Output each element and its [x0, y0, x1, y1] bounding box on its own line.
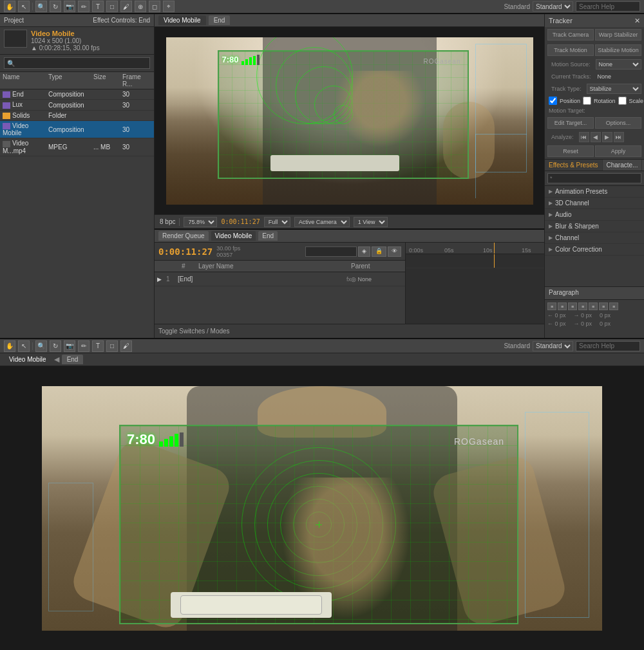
file-row-mp4[interactable]: Video M...mp4 MPEG ... MB 30 [0, 138, 154, 156]
justify-left[interactable]: ≡ [578, 302, 587, 310]
effect-blur-sharpen[interactable]: ▶ Blur & Sharpen [545, 221, 644, 232]
justify-center[interactable]: ≡ [589, 302, 598, 310]
track-type-select[interactable]: Stabilize [587, 84, 641, 94]
file-row-videomobile[interactable]: Video Mobile Composition 30 [0, 121, 154, 138]
effect-color-correction[interactable]: ▶ Color Correction [545, 244, 644, 255]
file-table: Name Type Size Frame R... End Compositio… [0, 72, 154, 338]
apply-btn[interactable]: Apply [595, 145, 641, 157]
zoom-tool[interactable]: 🔍 [35, 1, 47, 12]
shape-tool[interactable]: □ [106, 1, 118, 12]
para-val-1: ← 0 px [547, 312, 566, 319]
file-row-solids[interactable]: Solids Folder [0, 111, 154, 121]
character-tab[interactable]: Characte... [603, 160, 643, 171]
zoom-select[interactable]: 75.8% [184, 217, 217, 227]
workspace-selector: Standard Standard [504, 1, 640, 12]
quality-select[interactable]: Full [264, 217, 290, 227]
tl-tab-end[interactable]: End [258, 231, 278, 241]
shape-tool-b[interactable]: □ [106, 340, 118, 352]
phone-device-large [171, 592, 332, 618]
analyze-prev-btn[interactable]: ◀ [591, 132, 601, 142]
eraser-tool[interactable]: ◻ [149, 1, 160, 12]
zoom-tool-b[interactable]: 🔍 [35, 340, 47, 352]
search-help-input-b[interactable] [576, 341, 640, 351]
align-center[interactable]: ≡ [558, 302, 567, 310]
views-select[interactable]: 1 View [354, 217, 388, 227]
brush-tool[interactable]: 🖌 [120, 1, 132, 12]
tl-tab-videomobile[interactable]: Video Mobile [211, 231, 256, 241]
justify-all[interactable]: ≡ [599, 302, 608, 310]
scale-checkbox[interactable] [618, 97, 627, 105]
file-name: Lux [3, 101, 48, 108]
position-checkbox[interactable] [549, 97, 557, 105]
rotate-tool[interactable]: ↻ [50, 1, 61, 12]
effects-search-input[interactable] [547, 173, 641, 183]
workspace-select[interactable]: Standard [533, 1, 573, 12]
track-camera-btn[interactable]: Track Camera [547, 29, 594, 41]
effect-channel[interactable]: ▶ Channel [545, 232, 644, 244]
effect-animation-presets[interactable]: ▶ Animation Presets [545, 186, 644, 198]
align-right[interactable]: ≡ [568, 302, 577, 310]
col-size: Size [93, 73, 122, 88]
brush-tool-b[interactable]: 🖌 [120, 340, 132, 352]
pen-tool[interactable]: ✏ [78, 1, 90, 12]
right-align[interactable]: ≡ [609, 302, 618, 310]
select-tool[interactable]: ↖ [18, 1, 30, 12]
hand-tool[interactable]: ✋ [4, 1, 15, 12]
file-row-end[interactable]: End Composition 30 [0, 89, 154, 100]
timeline-right: 0:00s 05s 10s 15s 20s 25s [406, 243, 544, 324]
effect-3d-channel[interactable]: ▶ 3D Channel [545, 198, 644, 209]
analyze-next-btn[interactable]: ▶ [602, 132, 612, 142]
timeline-layer-1[interactable]: ▶ 1 [End] fx ◎ None [155, 272, 405, 286]
comp-tab-videomobile[interactable]: Video Mobile [158, 15, 206, 25]
reset-btn[interactable]: Reset [547, 145, 594, 157]
file-type: Folder [48, 112, 93, 119]
clone-tool[interactable]: ⊕ [135, 1, 146, 12]
select-tool-b[interactable]: ↖ [18, 340, 30, 352]
bottom-tab-videomobile[interactable]: Video Mobile [4, 355, 52, 364]
warp-stabilizer-btn[interactable]: Warp Stabilizer [595, 29, 641, 41]
analyze-back-btn[interactable]: ⏮ [579, 132, 589, 142]
motion-source-select[interactable]: None [596, 59, 641, 70]
project-search-bar [0, 55, 154, 72]
workspace-select-b[interactable]: Standard [533, 341, 573, 351]
analyze-fwd-btn[interactable]: ⏭ [614, 132, 624, 142]
stabilize-motion-btn[interactable]: Stabilize Motion [595, 44, 641, 56]
bottom-tab-end[interactable]: End [62, 355, 84, 364]
folder-icon [3, 113, 10, 119]
search-help-input[interactable] [576, 1, 640, 12]
current-tracks-row: Current Tracks: None [545, 71, 644, 82]
edit-target-btn[interactable]: Edit Target... [547, 117, 594, 129]
camera-tool-b[interactable]: 📷 [64, 340, 75, 352]
hide-btn[interactable]: 👁 [388, 246, 401, 257]
hand-fist [335, 71, 425, 148]
rotate-tool-b[interactable]: ↻ [50, 340, 61, 352]
toggle-label[interactable]: Toggle Switches / Modes [158, 328, 230, 335]
fps-display: 30.00 fps [216, 245, 240, 252]
options-btn[interactable]: Options... [595, 117, 641, 129]
tracker-close[interactable]: ✕ [634, 17, 640, 25]
layer-expand[interactable]: ▶ [157, 276, 166, 283]
view-select[interactable]: Active Camera [294, 217, 350, 227]
lock-btn[interactable]: 🔒 [372, 246, 386, 257]
file-row-lux[interactable]: Lux Composition 30 [0, 100, 154, 110]
puppet-tool[interactable]: ⌖ [163, 1, 175, 12]
project-search-input[interactable] [4, 57, 150, 69]
text-tool-b[interactable]: T [92, 340, 104, 352]
right-panel: Tracker ✕ Track Camera Warp Stabilizer T… [544, 14, 644, 338]
timeline-timecode[interactable]: 0:00:11:27 [158, 246, 213, 257]
bottom-preview-image: 7:80 ROGasean [42, 386, 602, 631]
playhead[interactable] [494, 243, 495, 254]
tl-tab-renderqueue[interactable]: Render Queue [158, 231, 209, 241]
rotation-checkbox[interactable] [583, 97, 591, 105]
text-tool[interactable]: T [92, 1, 104, 12]
hand-tool-b[interactable]: ✋ [4, 340, 15, 352]
align-left[interactable]: ≡ [547, 302, 556, 310]
effect-audio[interactable]: ▶ Audio [545, 209, 644, 221]
camera-tool[interactable]: 📷 [64, 1, 75, 12]
timeline-search[interactable] [305, 246, 357, 257]
solo-btn[interactable]: ◈ [358, 246, 370, 257]
track-motion-btn[interactable]: Track Motion [547, 44, 594, 56]
comp-tab-end[interactable]: End [209, 15, 231, 25]
effects-presets-tab[interactable]: Effects & Presets [545, 160, 603, 171]
pen-tool-b[interactable]: ✏ [78, 340, 90, 352]
